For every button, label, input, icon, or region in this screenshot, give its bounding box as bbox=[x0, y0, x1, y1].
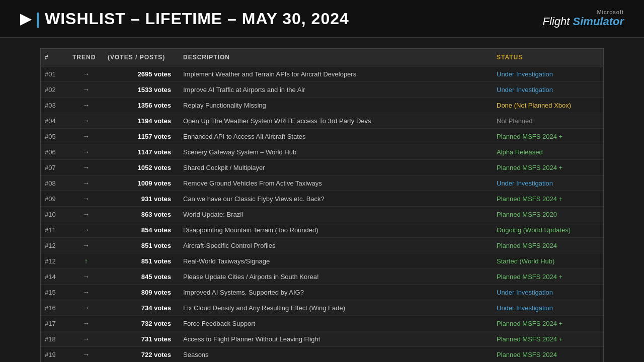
cell-rank: #08 bbox=[41, 178, 68, 188]
cell-desc: Aircraft-Specific Control Profiles bbox=[179, 241, 493, 250]
cell-trend: → bbox=[68, 318, 104, 328]
cell-status: Planned MSFS 2024 + bbox=[493, 334, 603, 344]
cell-votes: 851 votes bbox=[104, 241, 179, 250]
cell-status: Alpha Released bbox=[493, 147, 603, 157]
cell-trend: → bbox=[68, 240, 104, 250]
cell-votes: 722 votes bbox=[104, 350, 179, 359]
cell-trend: → bbox=[68, 303, 104, 313]
header: ▶ | WISHLIST – LIFETIME – MAY 30, 2024 M… bbox=[0, 0, 644, 38]
table-row: #07 → 1052 votes Shared Cockpit / Multip… bbox=[41, 160, 603, 175]
cell-desc: Enhanced API to Access All Aircraft Stat… bbox=[179, 132, 493, 141]
table-row: #18 → 731 votes Access to Flight Planner… bbox=[41, 331, 603, 347]
cell-desc: Implement Weather and Terrain APIs for A… bbox=[179, 69, 493, 79]
col-trend: TREND bbox=[68, 54, 104, 61]
table-row: #09 → 931 votes Can we have our Classic … bbox=[41, 191, 603, 207]
cell-status: Planned MSFS 2024 + bbox=[493, 272, 603, 282]
cell-votes: 809 votes bbox=[104, 288, 179, 297]
table-row: #14 → 845 votes Please Update Cities / A… bbox=[41, 269, 603, 285]
cell-rank: #15 bbox=[41, 288, 68, 297]
cell-desc: Improved AI Systems, Supported by AIG? bbox=[179, 288, 493, 297]
cell-status: Planned MSFS 2020 bbox=[493, 210, 603, 219]
table-row: #12 ↑ 851 votes Real-World Taxiways/Sign… bbox=[41, 253, 603, 269]
table-row: #03 → 1356 votes Replay Functionality Mi… bbox=[41, 98, 603, 113]
col-rank: # bbox=[41, 54, 68, 61]
cell-votes: 845 votes bbox=[104, 272, 179, 282]
table-row: #19 → 722 votes Seasons Planned MSFS 202… bbox=[41, 347, 603, 362]
cell-trend: → bbox=[68, 147, 104, 157]
logo-simulator: Simulator bbox=[570, 15, 624, 28]
cell-rank: #16 bbox=[41, 303, 68, 313]
cell-rank: #12 bbox=[41, 256, 68, 266]
cell-status: Planned MSFS 2024 bbox=[493, 241, 603, 250]
table-row: #08 → 1009 votes Remove Ground Vehicles … bbox=[41, 175, 603, 191]
cell-desc: Replay Functionality Missing bbox=[179, 101, 493, 110]
cell-status: Under Investigation bbox=[493, 178, 603, 188]
cell-rank: #05 bbox=[41, 132, 68, 141]
cell-votes: 1194 votes bbox=[104, 116, 179, 126]
table-row: #04 → 1194 votes Open Up The Weather Sys… bbox=[41, 113, 603, 129]
table-header: # TREND (VOTES / POSTS) DESCRIPTION STAT… bbox=[41, 49, 603, 66]
cell-status: Planned MSFS 2024 + bbox=[493, 163, 603, 172]
wishlist-table: # TREND (VOTES / POSTS) DESCRIPTION STAT… bbox=[40, 48, 604, 362]
cell-votes: 1052 votes bbox=[104, 163, 179, 172]
cell-trend: → bbox=[68, 209, 104, 219]
cell-votes: 1157 votes bbox=[104, 132, 179, 141]
cell-trend: → bbox=[68, 194, 104, 204]
cell-trend: → bbox=[68, 349, 104, 359]
cell-trend: → bbox=[68, 84, 104, 95]
cell-votes: 863 votes bbox=[104, 210, 179, 219]
col-desc: DESCRIPTION bbox=[179, 54, 493, 61]
cell-desc: Please Update Cities / Airports in South… bbox=[179, 272, 493, 282]
cell-trend: → bbox=[68, 287, 104, 297]
cell-desc: World Update: Brazil bbox=[179, 210, 493, 219]
cell-rank: #17 bbox=[41, 319, 68, 328]
cell-desc: Can we have our Classic Flyby Views etc.… bbox=[179, 194, 493, 204]
table-row: #12 → 851 votes Aircraft-Specific Contro… bbox=[41, 238, 603, 253]
cell-rank: #09 bbox=[41, 194, 68, 204]
cell-rank: #01 bbox=[41, 69, 68, 79]
cell-desc: Scenery Gateway System – World Hub bbox=[179, 147, 493, 157]
cell-desc: Force Feedback Support bbox=[179, 319, 493, 328]
cell-status: Planned MSFS 2024 + bbox=[493, 319, 603, 328]
table-body: #01 → 2695 votes Implement Weather and T… bbox=[41, 66, 603, 362]
table-row: #10 → 863 votes World Update: Brazil Pla… bbox=[41, 207, 603, 222]
cell-trend: → bbox=[68, 272, 104, 282]
cell-trend: → bbox=[68, 178, 104, 188]
title-text: WISHLIST – LIFETIME – MAY 30, 2024 bbox=[45, 10, 349, 28]
cell-rank: #03 bbox=[41, 101, 68, 110]
cell-status: Not Planned bbox=[493, 116, 603, 126]
cell-votes: 1147 votes bbox=[104, 147, 179, 157]
header-arrow-icon: ▶ bbox=[20, 11, 32, 27]
cell-votes: 854 votes bbox=[104, 225, 179, 235]
cell-votes: 2695 votes bbox=[104, 69, 179, 79]
cell-status: Under Investigation bbox=[493, 303, 603, 313]
logo-microsoft: Microsoft bbox=[597, 9, 624, 15]
cell-trend: → bbox=[68, 100, 104, 110]
cell-rank: #19 bbox=[41, 350, 68, 359]
cell-status: Done (Not Planned Xbox) bbox=[493, 101, 603, 110]
cell-rank: #07 bbox=[41, 163, 68, 172]
cell-rank: #14 bbox=[41, 272, 68, 282]
table-row: #11 → 854 votes Disappointing Mountain T… bbox=[41, 222, 603, 238]
col-votes: (VOTES / POSTS) bbox=[104, 54, 179, 61]
cell-trend: ↑ bbox=[68, 256, 104, 266]
cell-desc: Real-World Taxiways/Signage bbox=[179, 256, 493, 266]
table-row: #15 → 809 votes Improved AI Systems, Sup… bbox=[41, 285, 603, 300]
cell-status: Under Investigation bbox=[493, 85, 603, 95]
col-status: STATUS bbox=[493, 54, 603, 61]
cell-votes: 931 votes bbox=[104, 194, 179, 204]
cell-status: Started (World Hub) bbox=[493, 256, 603, 266]
cell-desc: Open Up The Weather System WRITE access … bbox=[179, 116, 493, 126]
table-row: #01 → 2695 votes Implement Weather and T… bbox=[41, 66, 603, 82]
table-row: #06 → 1147 votes Scenery Gateway System … bbox=[41, 144, 603, 160]
cell-votes: 732 votes bbox=[104, 319, 179, 328]
table-row: #02 → 1533 votes Improve AI Traffic at A… bbox=[41, 82, 603, 98]
cell-status: Under Investigation bbox=[493, 69, 603, 79]
cell-desc: Seasons bbox=[179, 350, 493, 359]
cell-rank: #02 bbox=[41, 85, 68, 95]
cell-desc: Fix Cloud Density and Any Resulting Effe… bbox=[179, 303, 493, 313]
cell-desc: Shared Cockpit / Multiplayer bbox=[179, 163, 493, 172]
cell-votes: 851 votes bbox=[104, 256, 179, 266]
cell-rank: #04 bbox=[41, 116, 68, 126]
table-row: #17 → 732 votes Force Feedback Support P… bbox=[41, 316, 603, 331]
